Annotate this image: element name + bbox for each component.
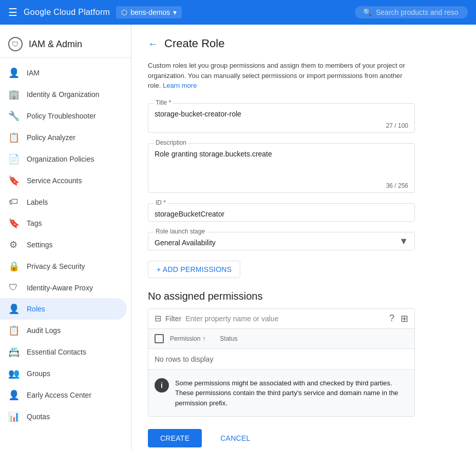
early-access-icon: 👤: [8, 389, 18, 401]
filter-actions: ? ⊞: [389, 313, 408, 324]
sidebar-item-label: Tags: [27, 219, 42, 227]
iam-icon: 👤: [8, 67, 18, 79]
sidebar-item-early-access[interactable]: 👤 Early Access Center: [0, 384, 127, 406]
sidebar-item-policy-analyzer[interactable]: 📋 Policy Analyzer: [0, 127, 127, 148]
sidebar-item-service-accounts[interactable]: 🔖 Service Accounts: [0, 170, 127, 191]
sidebar-item-label: Policy Troubleshooter: [27, 112, 96, 120]
select-all-checkbox[interactable]: [155, 334, 164, 343]
sidebar-item-label: Quotas: [27, 413, 50, 421]
sidebar-item-label: Privacy & Security: [27, 262, 85, 270]
info-text: Custom roles let you group permissions a…: [148, 61, 415, 91]
title-char-count: 27 / 100: [148, 121, 414, 132]
sidebar-item-label: Organization Policies: [27, 155, 94, 163]
back-button[interactable]: ←: [148, 38, 158, 50]
role-launch-select[interactable]: Alpha Beta General Availability Disabled: [148, 232, 414, 250]
filter-input[interactable]: [185, 315, 385, 323]
sidebar-item-org-policies[interactable]: 📄 Organization Policies: [0, 148, 127, 170]
cancel-button[interactable]: CANCEL: [208, 429, 262, 447]
filter-icon: ⊟: [155, 314, 161, 323]
sidebar-item-roles[interactable]: 👤 Roles: [0, 298, 127, 320]
title-field: Title * 27 / 100: [148, 103, 415, 133]
sidebar-item-label: Identity-Aware Proxy: [27, 284, 93, 292]
role-launch-select-wrapper: Alpha Beta General Availability Disabled…: [148, 232, 414, 250]
sidebar-item-groups[interactable]: 👥 Groups: [0, 363, 127, 384]
filter-label: Filter: [165, 315, 181, 323]
quotas-icon: 📊: [8, 411, 18, 422]
shield-icon: 🛡: [8, 37, 23, 51]
policy-analyzer-icon: 📋: [8, 132, 18, 143]
permission-column-header: Permission ↑: [170, 335, 205, 342]
filter-row: ⊟ Filter ? ⊞: [148, 309, 414, 329]
app-logo: Google Cloud Platform: [24, 8, 110, 17]
sidebar-item-essential-contacts[interactable]: 📇 Essential Contacts: [0, 341, 127, 363]
search-input[interactable]: [376, 8, 458, 16]
learn-more-link[interactable]: Learn more: [163, 82, 197, 89]
description-label: Description: [154, 139, 188, 146]
sidebar-item-labels[interactable]: 🏷 Labels: [0, 191, 127, 212]
sidebar-header: 🛡 IAM & Admin: [0, 29, 131, 58]
identity-aware-proxy-icon: 🛡: [8, 282, 18, 293]
search-bar[interactable]: 🔍: [355, 6, 468, 18]
description-input[interactable]: Role granting storage.buckets.create: [148, 144, 414, 180]
sidebar-item-label: Roles: [27, 305, 45, 313]
main-content: ← Create Role Custom roles let you group…: [131, 25, 476, 450]
create-button[interactable]: CREATE: [148, 429, 202, 447]
roles-icon: 👤: [8, 303, 18, 315]
sidebar-item-identity-org[interactable]: 🏢 Identity & Organization: [0, 84, 127, 105]
project-icon: ⬡: [121, 8, 127, 16]
action-row: CREATE CANCEL: [148, 429, 460, 447]
permissions-table: ⊟ Filter ? ⊞ Permission ↑ Status No rows…: [148, 308, 415, 417]
sidebar-item-label: Policy Analyzer: [27, 133, 75, 142]
sidebar-item-label: Essential Contacts: [27, 348, 86, 356]
groups-icon: 👥: [8, 368, 18, 379]
info-box-text: Some permissions might be associated wit…: [175, 378, 408, 408]
sidebar-item-label: Labels: [27, 198, 48, 206]
sidebar-item-privacy-security[interactable]: 🔒 Privacy & Security: [0, 256, 127, 277]
help-icon[interactable]: ?: [389, 313, 394, 324]
menu-icon[interactable]: ☰: [8, 6, 17, 18]
columns-icon[interactable]: ⊞: [401, 313, 408, 324]
sidebar-product-title: IAM & Admin: [29, 39, 82, 50]
info-icon: i: [155, 378, 169, 393]
org-policies-icon: 📄: [8, 153, 18, 165]
sort-icon[interactable]: ↑: [202, 335, 205, 342]
add-permissions-button[interactable]: + ADD PERMISSIONS: [148, 261, 240, 278]
no-rows-message: No rows to display: [148, 349, 414, 369]
identity-org-icon: 🏢: [8, 89, 18, 100]
description-char-count: 36 / 256: [148, 181, 414, 192]
permissions-heading: No assigned permissions: [148, 290, 460, 302]
topbar: ☰ Google Cloud Platform ⬡ bens-demos ▾ 🔍: [0, 0, 476, 25]
sidebar: 🛡 IAM & Admin 👤 IAM 🏢 Identity & Organiz…: [0, 25, 131, 450]
info-box: i Some permissions might be associated w…: [148, 369, 414, 417]
sidebar-item-tags[interactable]: 🔖 Tags: [0, 212, 127, 234]
sidebar-item-audit-logs[interactable]: 📋 Audit Logs: [0, 320, 127, 341]
privacy-security-icon: 🔒: [8, 261, 18, 272]
audit-logs-icon: 📋: [8, 325, 18, 336]
sidebar-item-iam[interactable]: 👤 IAM: [0, 62, 127, 84]
sidebar-item-label: Audit Logs: [27, 326, 61, 335]
project-selector[interactable]: ⬡ bens-demos ▾: [116, 6, 182, 18]
sidebar-item-label: Settings: [27, 241, 53, 249]
sidebar-item-settings[interactable]: ⚙ Settings: [0, 234, 127, 256]
sidebar-item-quotas[interactable]: 📊 Quotas: [0, 406, 127, 427]
title-label: Title *: [154, 99, 173, 106]
sidebar-item-label: Early Access Center: [27, 391, 91, 399]
sidebar-item-label: Identity & Organization: [27, 90, 100, 99]
sidebar-item-label: Groups: [27, 369, 50, 378]
labels-icon: 🏷: [8, 197, 18, 207]
project-chevron-icon: ▾: [173, 8, 177, 16]
title-input[interactable]: [148, 104, 414, 121]
sidebar-item-policy-troubleshooter[interactable]: 🔧 Policy Troubleshooter: [0, 105, 127, 127]
id-label: ID *: [154, 199, 168, 206]
settings-icon: ⚙: [8, 239, 18, 250]
project-name: bens-demos: [130, 8, 170, 16]
sidebar-item-label: IAM: [27, 69, 40, 77]
id-input[interactable]: [148, 204, 414, 221]
essential-contacts-icon: 📇: [8, 346, 18, 358]
id-field: ID *: [148, 203, 415, 222]
description-field: Description Role granting storage.bucket…: [148, 143, 415, 193]
sidebar-item-identity-aware-proxy[interactable]: 🛡 Identity-Aware Proxy: [0, 277, 127, 298]
role-launch-field: Role launch stage Alpha Beta General Ava…: [148, 232, 415, 250]
status-column-header: Status: [220, 335, 237, 342]
tags-icon: 🔖: [8, 218, 18, 229]
